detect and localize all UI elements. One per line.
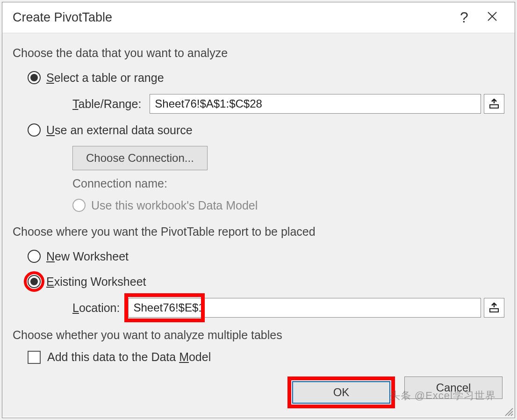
checkbox-label: Add this data to the Data Model [47,350,211,364]
collapse-dialog-button[interactable] [484,94,504,114]
location-input[interactable] [128,298,481,318]
ok-button[interactable]: OK [292,381,390,404]
collapse-dialog-button[interactable] [484,298,504,318]
radio-label: Existing Worksheet [46,275,146,289]
location-label: Location: [72,301,120,315]
resize-grip-icon[interactable] [503,406,514,417]
table-range-row: Table/Range: [72,94,504,114]
radio-icon [28,71,41,84]
section-multiple-tables-label: Choose whether you want to analyze multi… [13,328,504,342]
choose-connection-button[interactable]: Choose Connection... [72,146,208,170]
svg-rect-2 [490,105,498,108]
radio-icon [28,250,41,263]
range-selector-icon [489,303,499,313]
radio-existing-worksheet[interactable]: Existing Worksheet [28,272,504,291]
close-button[interactable] [478,10,506,25]
radio-label: Use an external data source [46,123,193,137]
checkbox-add-to-data-model[interactable]: Add this data to the Data Model [28,350,504,364]
radio-icon [28,275,41,288]
radio-external-data-source[interactable]: Use an external data source [28,121,504,139]
section-analyze-label: Choose the data that you want to analyze [13,46,504,60]
connection-name-label: Connection name: [72,177,504,190]
dialog-button-row: OK Cancel [287,377,503,408]
checkbox-icon [28,351,41,364]
radio-label: New Worksheet [46,250,129,263]
help-button[interactable]: ? [450,9,478,26]
dialog-title: Create PivotTable [13,10,450,25]
radio-new-worksheet[interactable]: New Worksheet [28,247,504,266]
radio-label: Select a table or range [46,71,164,85]
radio-select-table-range[interactable]: Select a table or range [28,68,504,87]
range-selector-icon [489,99,499,109]
location-row: Location: [72,297,504,318]
radio-icon [72,199,86,212]
svg-line-6 [511,414,513,416]
cancel-button[interactable]: Cancel [404,377,503,399]
svg-rect-3 [490,309,498,312]
radio-icon [28,123,41,137]
highlight-marker: OK [287,377,395,408]
choose-connection-row: Choose Connection... [72,146,504,170]
radio-label: Use this workbook's Data Model [91,199,258,212]
table-range-label: Table/Range: [72,97,141,111]
section-placement-label: Choose where you want the PivotTable rep… [13,225,504,239]
titlebar: Create PivotTable ? [2,2,515,33]
dialog-body: Choose the data that you want to analyze… [2,33,515,417]
create-pivottable-dialog: Create PivotTable ? Choose the data that… [2,2,515,418]
table-range-input[interactable] [150,94,481,114]
radio-use-data-model: Use this workbook's Data Model [72,196,504,215]
